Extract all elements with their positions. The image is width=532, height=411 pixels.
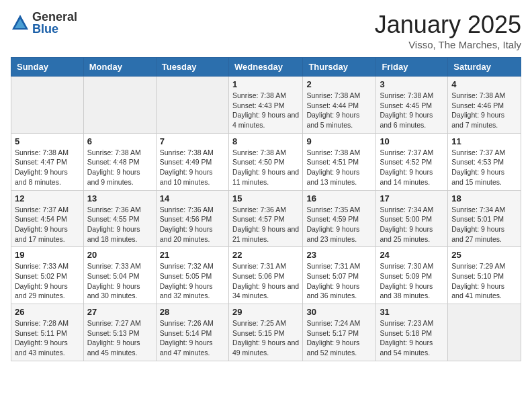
- day-number: 9: [306, 136, 372, 146]
- logo-blue: Blue: [32, 23, 77, 35]
- calendar-day-cell: 14Sunrise: 7:36 AM Sunset: 4:56 PM Dayli…: [156, 190, 228, 247]
- title-block: January 2025 Visso, The Marches, Italy: [375, 11, 521, 50]
- day-info: Sunrise: 7:30 AM Sunset: 5:09 PM Dayligh…: [380, 261, 444, 301]
- calendar-day-cell: 7Sunrise: 7:38 AM Sunset: 4:49 PM Daylig…: [156, 133, 228, 190]
- day-number: 22: [232, 250, 299, 260]
- day-info: Sunrise: 7:38 AM Sunset: 4:43 PM Dayligh…: [232, 91, 299, 130]
- day-number: 2: [306, 79, 372, 89]
- day-info: Sunrise: 7:38 AM Sunset: 4:48 PM Dayligh…: [87, 148, 152, 187]
- calendar-day-cell: 2Sunrise: 7:38 AM Sunset: 4:44 PM Daylig…: [303, 77, 376, 134]
- calendar-day-cell: 26Sunrise: 7:28 AM Sunset: 5:11 PM Dayli…: [11, 304, 84, 361]
- day-info: Sunrise: 7:38 AM Sunset: 4:51 PM Dayligh…: [306, 148, 372, 187]
- day-info: Sunrise: 7:36 AM Sunset: 4:57 PM Dayligh…: [232, 205, 299, 244]
- day-number: 20: [87, 250, 152, 260]
- calendar-day-cell: 30Sunrise: 7:24 AM Sunset: 5:17 PM Dayli…: [303, 304, 376, 361]
- logo: General Blue: [11, 11, 77, 35]
- calendar-day-cell: 12Sunrise: 7:37 AM Sunset: 4:54 PM Dayli…: [11, 190, 84, 247]
- day-of-week-header: Thursday: [303, 58, 376, 77]
- calendar-week-row: 26Sunrise: 7:28 AM Sunset: 5:11 PM Dayli…: [11, 304, 521, 361]
- day-of-week-header: Saturday: [448, 58, 521, 77]
- day-number: 5: [15, 136, 80, 146]
- calendar-day-cell: 23Sunrise: 7:31 AM Sunset: 5:07 PM Dayli…: [303, 247, 376, 304]
- day-number: 6: [87, 136, 152, 146]
- calendar-day-cell: 31Sunrise: 7:23 AM Sunset: 5:18 PM Dayli…: [376, 304, 448, 361]
- location: Visso, The Marches, Italy: [375, 39, 521, 50]
- day-number: 25: [451, 250, 517, 260]
- calendar-day-cell: 17Sunrise: 7:34 AM Sunset: 5:00 PM Dayli…: [376, 190, 448, 247]
- day-number: 17: [380, 193, 444, 203]
- day-number: 24: [380, 250, 444, 260]
- day-info: Sunrise: 7:35 AM Sunset: 4:59 PM Dayligh…: [306, 205, 372, 244]
- calendar-day-cell: 20Sunrise: 7:33 AM Sunset: 5:04 PM Dayli…: [83, 247, 156, 304]
- day-info: Sunrise: 7:24 AM Sunset: 5:17 PM Dayligh…: [306, 318, 372, 358]
- calendar-day-cell: 11Sunrise: 7:37 AM Sunset: 4:53 PM Dayli…: [448, 133, 521, 190]
- calendar-day-cell: 8Sunrise: 7:38 AM Sunset: 4:50 PM Daylig…: [228, 133, 302, 190]
- calendar-table: SundayMondayTuesdayWednesdayThursdayFrid…: [11, 57, 521, 361]
- day-info: Sunrise: 7:33 AM Sunset: 5:04 PM Dayligh…: [87, 261, 152, 301]
- logo-text: General Blue: [32, 11, 77, 35]
- day-number: 14: [160, 193, 225, 203]
- day-info: Sunrise: 7:27 AM Sunset: 5:13 PM Dayligh…: [87, 318, 152, 358]
- calendar-week-row: 19Sunrise: 7:33 AM Sunset: 5:02 PM Dayli…: [11, 247, 521, 304]
- day-info: Sunrise: 7:31 AM Sunset: 5:06 PM Dayligh…: [232, 261, 299, 301]
- day-number: 29: [232, 307, 299, 317]
- calendar-day-cell: 3Sunrise: 7:38 AM Sunset: 4:45 PM Daylig…: [376, 77, 448, 134]
- day-number: 13: [87, 193, 152, 203]
- day-number: 8: [232, 136, 299, 146]
- day-number: 26: [15, 307, 80, 317]
- day-number: 10: [380, 136, 444, 146]
- day-of-week-header: Tuesday: [156, 58, 228, 77]
- day-info: Sunrise: 7:38 AM Sunset: 4:45 PM Dayligh…: [380, 91, 444, 130]
- day-number: 15: [232, 193, 299, 203]
- day-number: 7: [160, 136, 225, 146]
- calendar-day-cell: 16Sunrise: 7:35 AM Sunset: 4:59 PM Dayli…: [303, 190, 376, 247]
- day-info: Sunrise: 7:37 AM Sunset: 4:53 PM Dayligh…: [451, 148, 517, 187]
- calendar-day-cell: 4Sunrise: 7:38 AM Sunset: 4:46 PM Daylig…: [448, 77, 521, 134]
- day-info: Sunrise: 7:38 AM Sunset: 4:46 PM Dayligh…: [451, 91, 517, 130]
- day-of-week-header: Wednesday: [228, 58, 302, 77]
- day-number: 12: [15, 193, 80, 203]
- day-number: 1: [232, 79, 299, 89]
- calendar-day-cell: 25Sunrise: 7:29 AM Sunset: 5:10 PM Dayli…: [448, 247, 521, 304]
- day-number: 3: [380, 79, 444, 89]
- day-info: Sunrise: 7:31 AM Sunset: 5:07 PM Dayligh…: [306, 261, 372, 301]
- calendar-day-cell: 1Sunrise: 7:38 AM Sunset: 4:43 PM Daylig…: [228, 77, 302, 134]
- day-number: 21: [160, 250, 225, 260]
- day-number: 4: [451, 79, 517, 89]
- day-number: 19: [15, 250, 80, 260]
- day-number: 27: [87, 307, 152, 317]
- calendar-day-cell: 5Sunrise: 7:38 AM Sunset: 4:47 PM Daylig…: [11, 133, 84, 190]
- logo-icon: [11, 13, 30, 32]
- calendar-day-cell: 27Sunrise: 7:27 AM Sunset: 5:13 PM Dayli…: [83, 304, 156, 361]
- day-info: Sunrise: 7:34 AM Sunset: 5:01 PM Dayligh…: [451, 205, 517, 244]
- day-info: Sunrise: 7:38 AM Sunset: 4:49 PM Dayligh…: [160, 148, 225, 187]
- day-number: 23: [306, 250, 372, 260]
- day-number: 31: [380, 307, 444, 317]
- day-info: Sunrise: 7:26 AM Sunset: 5:14 PM Dayligh…: [160, 318, 225, 358]
- day-number: 16: [306, 193, 372, 203]
- calendar-day-cell: 21Sunrise: 7:32 AM Sunset: 5:05 PM Dayli…: [156, 247, 228, 304]
- day-of-week-header: Friday: [376, 58, 448, 77]
- calendar-day-cell: 15Sunrise: 7:36 AM Sunset: 4:57 PM Dayli…: [228, 190, 302, 247]
- calendar-day-cell: [83, 77, 156, 134]
- day-number: 11: [451, 136, 517, 146]
- day-info: Sunrise: 7:36 AM Sunset: 4:56 PM Dayligh…: [160, 205, 225, 244]
- calendar-day-cell: 10Sunrise: 7:37 AM Sunset: 4:52 PM Dayli…: [376, 133, 448, 190]
- day-info: Sunrise: 7:38 AM Sunset: 4:50 PM Dayligh…: [232, 148, 299, 187]
- calendar-day-cell: 29Sunrise: 7:25 AM Sunset: 5:15 PM Dayli…: [228, 304, 302, 361]
- calendar-week-row: 12Sunrise: 7:37 AM Sunset: 4:54 PM Dayli…: [11, 190, 521, 247]
- day-info: Sunrise: 7:38 AM Sunset: 4:47 PM Dayligh…: [15, 148, 80, 187]
- day-info: Sunrise: 7:37 AM Sunset: 4:54 PM Dayligh…: [15, 205, 80, 244]
- calendar-day-cell: 9Sunrise: 7:38 AM Sunset: 4:51 PM Daylig…: [303, 133, 376, 190]
- day-number: 18: [451, 193, 517, 203]
- day-info: Sunrise: 7:25 AM Sunset: 5:15 PM Dayligh…: [232, 318, 299, 358]
- calendar-day-cell: 19Sunrise: 7:33 AM Sunset: 5:02 PM Dayli…: [11, 247, 84, 304]
- day-info: Sunrise: 7:34 AM Sunset: 5:00 PM Dayligh…: [380, 205, 444, 244]
- day-of-week-header: Monday: [83, 58, 156, 77]
- day-info: Sunrise: 7:29 AM Sunset: 5:10 PM Dayligh…: [451, 261, 517, 301]
- calendar-week-row: 1Sunrise: 7:38 AM Sunset: 4:43 PM Daylig…: [11, 77, 521, 134]
- day-info: Sunrise: 7:23 AM Sunset: 5:18 PM Dayligh…: [380, 318, 444, 358]
- day-number: 30: [306, 307, 372, 317]
- calendar-day-cell: [156, 77, 228, 134]
- calendar-day-cell: 13Sunrise: 7:36 AM Sunset: 4:55 PM Dayli…: [83, 190, 156, 247]
